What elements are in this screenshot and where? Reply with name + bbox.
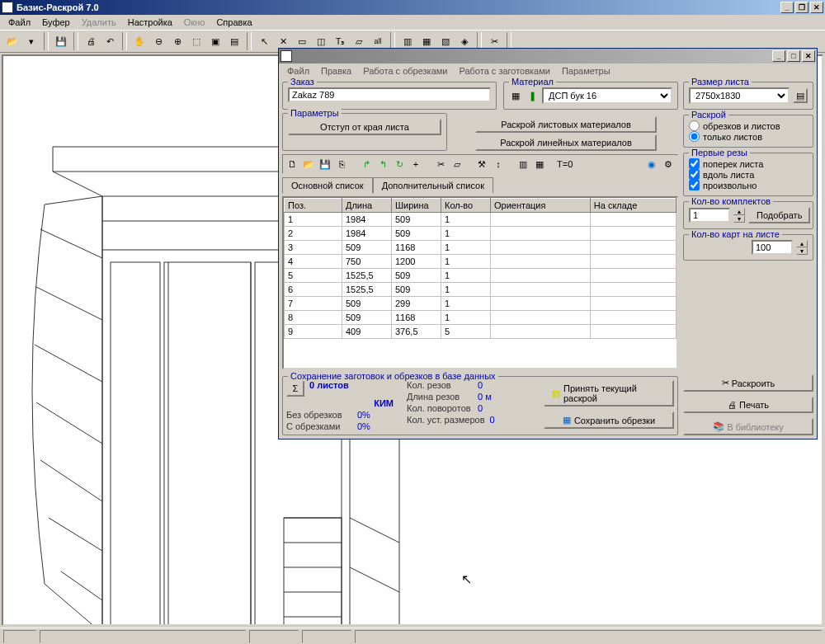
radio-cuts-sheets[interactable] [689, 120, 700, 131]
menu-window[interactable]: Окно [179, 16, 210, 29]
arrow2-icon[interactable]: ↰ [375, 157, 390, 172]
save-cuts-button[interactable]: ▦Сохранить обрезки [544, 411, 674, 429]
table-row[interactable]: 350911681 [285, 241, 676, 255]
table-row[interactable]: 475012001 [285, 255, 676, 269]
open2-icon[interactable]: 📂 [301, 157, 316, 172]
table-cell[interactable] [491, 311, 591, 325]
table-cell[interactable]: 4 [285, 255, 342, 269]
table-cell[interactable]: 1 [441, 241, 491, 255]
help-icon[interactable]: ◉ [644, 157, 659, 172]
col-header[interactable]: Ширина [392, 199, 441, 213]
hand-icon[interactable]: ✋ [130, 32, 148, 50]
check-across[interactable] [689, 158, 700, 169]
table-cell[interactable]: 1 [441, 269, 491, 283]
dmenu-edit[interactable]: Правка [316, 64, 356, 78]
spin-up-icon[interactable]: ▲ [733, 208, 745, 215]
table-row[interactable]: 51525,55091 [285, 269, 676, 283]
table-cell[interactable]: 6 [285, 283, 342, 297]
table-cell[interactable]: 1525,5 [342, 269, 392, 283]
tool-a-icon[interactable]: ⚒ [474, 157, 489, 172]
table-cell[interactable] [491, 227, 591, 241]
menu-buffer[interactable]: Буфер [37, 16, 75, 29]
layout1-icon[interactable]: ▥ [516, 157, 530, 172]
check-free[interactable] [689, 180, 700, 190]
cards-spin-down-icon[interactable]: ▼ [796, 247, 808, 255]
table-cell[interactable]: 509 [392, 269, 441, 283]
print-button[interactable]: 🖨 Печать [683, 397, 813, 413]
cards-input[interactable] [752, 240, 793, 255]
view3-icon[interactable]: ▤ [225, 32, 243, 50]
save2-icon[interactable]: 💾 [318, 157, 332, 172]
layout2-icon[interactable]: ▦ [532, 157, 547, 172]
rotate-icon[interactable]: ↻ [392, 157, 407, 172]
table-cell[interactable]: 1984 [342, 213, 392, 227]
table-row[interactable]: 9409376,55 [285, 325, 676, 339]
table-cell[interactable]: 1 [441, 283, 491, 297]
dmenu-params[interactable]: Параметры [557, 64, 615, 78]
table-cell[interactable] [590, 283, 676, 297]
zoom-window-icon[interactable]: ⬚ [187, 32, 205, 50]
col-header[interactable]: Кол-во [441, 199, 491, 213]
tab-addl-list[interactable]: Дополнительный список [373, 177, 493, 193]
table-row[interactable]: 119845091 [285, 213, 676, 227]
table-cell[interactable]: 5 [441, 325, 491, 339]
table-cell[interactable]: 509 [392, 283, 441, 297]
table-cell[interactable] [491, 283, 591, 297]
zoom-fit-icon[interactable]: ▣ [206, 32, 224, 50]
table-cell[interactable]: 1168 [392, 311, 441, 325]
sigma-button[interactable]: Σ [286, 380, 304, 397]
offset-button[interactable]: Отступ от края листа [288, 119, 441, 135]
table-cell[interactable] [590, 269, 676, 283]
table-cell[interactable]: 509 [342, 297, 392, 311]
table-cell[interactable]: 5 [285, 269, 342, 283]
material-icon-1[interactable]: ▦ [509, 89, 522, 102]
table-cell[interactable]: 509 [392, 213, 441, 227]
table-cell[interactable]: 750 [342, 255, 392, 269]
dialog-maximize-button[interactable]: □ [787, 50, 800, 62]
table-cell[interactable]: 509 [392, 227, 441, 241]
save-icon[interactable]: 💾 [52, 32, 70, 50]
zoom-out-icon[interactable]: ⊖ [149, 32, 167, 50]
select-icon[interactable]: ↖ [255, 32, 273, 50]
table-cell[interactable] [590, 255, 676, 269]
table-cell[interactable] [491, 241, 591, 255]
table-cell[interactable] [590, 325, 676, 339]
table-cell[interactable]: 1 [441, 227, 491, 241]
table-cell[interactable] [590, 297, 676, 311]
table-cell[interactable] [590, 213, 676, 227]
dialog-close-button[interactable]: ✕ [802, 50, 815, 62]
sheet-icon[interactable]: ▱ [450, 157, 464, 172]
spin-down-icon[interactable]: ▼ [733, 215, 745, 223]
maximize-button[interactable]: ❐ [795, 2, 808, 13]
menu-delete[interactable]: Удалить [77, 16, 121, 29]
cut-sheet-button[interactable]: Раскрой листовых материалов [475, 116, 657, 133]
table-cell[interactable]: 1 [441, 311, 491, 325]
table-cell[interactable] [590, 241, 676, 255]
plus-icon[interactable]: + [408, 157, 423, 172]
table-cell[interactable]: 409 [342, 325, 392, 339]
table-cell[interactable]: 1525,5 [342, 283, 392, 297]
table-cell[interactable]: 9 [285, 325, 342, 339]
dmenu-cuts[interactable]: Работа с обрезками [358, 64, 452, 78]
table-row[interactable]: 61525,55091 [285, 283, 676, 297]
table-cell[interactable]: 3 [285, 241, 342, 255]
table-cell[interactable]: 299 [392, 297, 441, 311]
print-icon[interactable]: 🖨 [82, 32, 100, 50]
table-cell[interactable]: 509 [342, 311, 392, 325]
order-input[interactable] [288, 87, 491, 102]
close-button[interactable]: ✕ [810, 2, 823, 13]
table-cell[interactable] [491, 213, 591, 227]
sheetsize-select[interactable]: 2750x1830 [689, 87, 790, 104]
table-cell[interactable] [491, 269, 591, 283]
table-cell[interactable]: 1 [441, 255, 491, 269]
table-cell[interactable] [590, 227, 676, 241]
table-cell[interactable]: 1168 [392, 241, 441, 255]
material-icon-2[interactable]: ❚ [526, 89, 539, 102]
check-along[interactable] [689, 169, 700, 180]
table-cell[interactable] [590, 311, 676, 325]
new-icon[interactable]: 🗋 [285, 157, 299, 172]
table-cell[interactable] [491, 325, 591, 339]
dmenu-blanks[interactable]: Работа с заготовками [454, 64, 554, 78]
col-header[interactable]: На складе [590, 199, 676, 213]
tool-b-icon[interactable]: ↕ [491, 157, 506, 172]
